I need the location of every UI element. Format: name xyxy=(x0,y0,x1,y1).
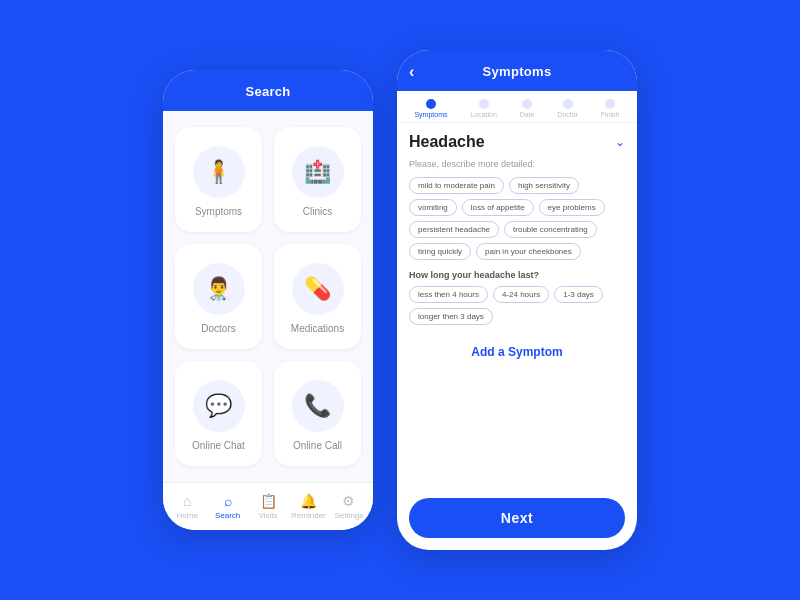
right-phone: ‹ Symptoms Symptoms Location Date Doctor… xyxy=(397,50,637,550)
settings-icon: ⚙ xyxy=(342,493,355,509)
clinics-label: Clinics xyxy=(303,206,332,217)
grid-item-symptoms[interactable]: 🧍 Symptoms xyxy=(175,127,262,232)
online-call-icon: 📞 xyxy=(292,380,344,432)
duration-tags: less then 4 hours 4-24 hours 1-3 days lo… xyxy=(409,286,625,325)
back-button[interactable]: ‹ xyxy=(409,63,415,81)
tag-eye-problems[interactable]: eye problems xyxy=(539,199,605,216)
nav-search-label: Search xyxy=(215,511,240,520)
nav-home-label: Home xyxy=(177,511,198,520)
search-icon: ⌕ xyxy=(224,493,232,509)
grid-item-online-chat[interactable]: 💬 Online Chat xyxy=(175,361,262,466)
symptom-tags: mild to moderate pain high sensitivity v… xyxy=(409,177,625,260)
step-doctor: Doctor xyxy=(557,99,578,118)
home-icon: ⌂ xyxy=(183,493,191,509)
nav-visits-label: Visits xyxy=(259,511,278,520)
left-header-title: Search xyxy=(245,84,290,99)
tag-loss-appetite[interactable]: loss of appetite xyxy=(462,199,534,216)
tag-trouble-concentrating[interactable]: trouble concentrating xyxy=(504,221,597,238)
step-dot-doctor xyxy=(563,99,573,109)
right-header-title: Symptoms xyxy=(483,64,552,79)
nav-reminder-label: Reminder xyxy=(291,511,326,520)
nav-reminder[interactable]: 🔔 Reminder xyxy=(288,493,328,520)
clinics-icon: 🏥 xyxy=(292,146,344,198)
next-button[interactable]: Next xyxy=(409,498,625,538)
tag-cheekbones-pain[interactable]: pain in your cheekbones xyxy=(476,243,581,260)
add-symptom-button[interactable]: Add a Symptom xyxy=(409,335,625,367)
step-symptoms: Symptoms xyxy=(414,99,447,118)
symptom-header: Headache ⌄ xyxy=(409,133,625,151)
step-label-symptoms: Symptoms xyxy=(414,111,447,118)
step-date: Date xyxy=(520,99,535,118)
step-dot-symptoms xyxy=(426,99,436,109)
grid-item-clinics[interactable]: 🏥 Clinics xyxy=(274,127,361,232)
reminder-icon: 🔔 xyxy=(300,493,317,509)
duration-label: How long your headache last? xyxy=(409,270,625,280)
grid-item-online-call[interactable]: 📞 Online Call xyxy=(274,361,361,466)
left-phone-header: Search xyxy=(163,70,373,111)
search-grid: 🧍 Symptoms 🏥 Clinics 👨‍⚕️ Doctors 💊 Medi… xyxy=(163,111,373,482)
nav-visits[interactable]: 📋 Visits xyxy=(248,493,288,520)
medications-icon: 💊 xyxy=(292,263,344,315)
online-chat-label: Online Chat xyxy=(192,440,245,451)
symptoms-label: Symptoms xyxy=(195,206,242,217)
chevron-down-icon[interactable]: ⌄ xyxy=(615,135,625,149)
tag-less-4h[interactable]: less then 4 hours xyxy=(409,286,488,303)
left-phone: Search 🧍 Symptoms 🏥 Clinics 👨‍⚕️ Doctors… xyxy=(163,70,373,530)
step-dot-date xyxy=(522,99,532,109)
symptoms-icon: 🧍 xyxy=(193,146,245,198)
step-finish: Finish xyxy=(601,99,620,118)
symptom-title: Headache xyxy=(409,133,485,151)
step-label-doctor: Doctor xyxy=(557,111,578,118)
visits-icon: 📋 xyxy=(260,493,277,509)
tag-more-3d[interactable]: longer then 3 days xyxy=(409,308,493,325)
tag-tiring-quickly[interactable]: tiring quickly xyxy=(409,243,471,260)
grid-item-doctors[interactable]: 👨‍⚕️ Doctors xyxy=(175,244,262,349)
step-dot-finish xyxy=(605,99,615,109)
nav-search[interactable]: ⌕ Search xyxy=(207,493,247,520)
tag-1-3d[interactable]: 1-3 days xyxy=(554,286,603,303)
right-phone-header: ‹ Symptoms xyxy=(397,50,637,91)
medications-label: Medications xyxy=(291,323,344,334)
nav-home[interactable]: ⌂ Home xyxy=(167,493,207,520)
step-label-location: Location xyxy=(470,111,496,118)
step-label-finish: Finish xyxy=(601,111,620,118)
doctors-icon: 👨‍⚕️ xyxy=(193,263,245,315)
tag-persistent-headache[interactable]: persistent headache xyxy=(409,221,499,238)
online-chat-icon: 💬 xyxy=(193,380,245,432)
nav-settings-label: Settings xyxy=(334,511,363,520)
progress-steps: Symptoms Location Date Doctor Finish xyxy=(397,91,637,123)
tag-4-24h[interactable]: 4-24 hours xyxy=(493,286,549,303)
grid-item-medications[interactable]: 💊 Medications xyxy=(274,244,361,349)
tag-high-sensitivity[interactable]: high sensitivity xyxy=(509,177,579,194)
doctors-label: Doctors xyxy=(201,323,235,334)
describe-label: Please, describe more detailed: xyxy=(409,159,625,169)
online-call-label: Online Call xyxy=(293,440,342,451)
step-dot-location xyxy=(479,99,489,109)
tag-mild-pain[interactable]: mild to moderate pain xyxy=(409,177,504,194)
tag-vomiting[interactable]: vomiting xyxy=(409,199,457,216)
bottom-nav: ⌂ Home ⌕ Search 📋 Visits 🔔 Reminder ⚙ Se… xyxy=(163,482,373,530)
step-label-date: Date xyxy=(520,111,535,118)
nav-settings[interactable]: ⚙ Settings xyxy=(329,493,369,520)
step-location: Location xyxy=(470,99,496,118)
symptom-content: Headache ⌄ Please, describe more detaile… xyxy=(397,123,637,498)
